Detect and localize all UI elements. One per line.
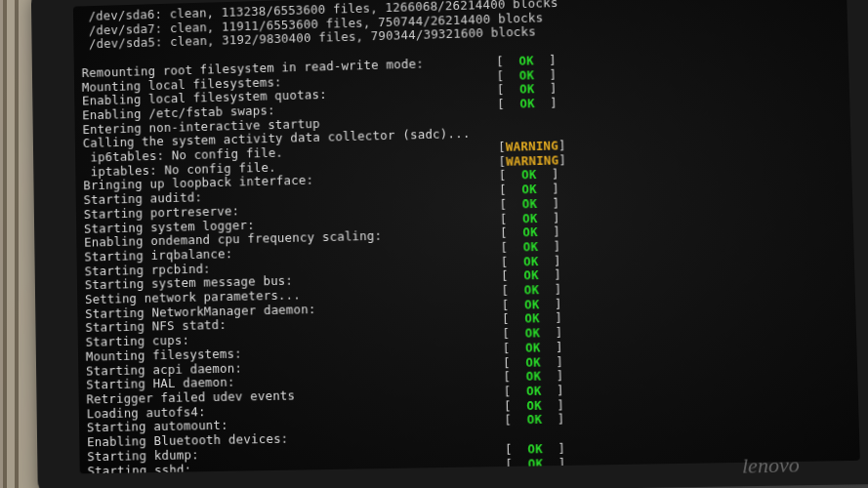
pad (535, 96, 551, 110)
bracket: ] (556, 325, 563, 340)
pad (507, 211, 522, 225)
pad (510, 326, 525, 341)
pad (539, 282, 555, 297)
pad (510, 311, 525, 326)
pad (511, 369, 526, 384)
status-ok: OK (522, 239, 538, 254)
status-cell: [ OK ] (505, 469, 566, 473)
pad (538, 224, 554, 239)
pad (543, 469, 558, 473)
status-ok: OK (525, 369, 541, 384)
pad (507, 196, 522, 211)
pad (512, 398, 527, 413)
pad (504, 54, 519, 68)
status-cell: [ OK ] (505, 440, 566, 456)
pad (543, 455, 558, 469)
pad (542, 397, 558, 412)
pad (509, 283, 524, 298)
status-ok: OK (523, 267, 539, 282)
status-ok: OK (525, 340, 541, 354)
pad (541, 383, 557, 397)
bracket: ] (554, 267, 561, 282)
status-ok: OK (518, 67, 534, 82)
bracket: ] (549, 66, 557, 81)
bracket: ] (558, 138, 566, 152)
status-cell: [ OK ] (502, 310, 562, 326)
status-cell: [ OK ] (497, 96, 558, 112)
status-cell: [ OK ] (504, 397, 565, 413)
bracket: ] (553, 224, 560, 239)
monitor-bezel: /dev/sda6: clean, 113238/6553600 files, … (31, 0, 868, 488)
status-ok: OK (526, 397, 542, 412)
pad (504, 67, 519, 82)
pad (511, 354, 526, 369)
bracket: [ (505, 470, 513, 473)
bracket: ] (552, 195, 559, 210)
status-cell: [ OK ] (501, 267, 561, 283)
status-ok: OK (522, 211, 538, 225)
pad (542, 412, 558, 427)
pad (538, 239, 554, 254)
status-ok: OK (527, 456, 543, 470)
bracket: ] (549, 53, 557, 67)
pad (541, 354, 557, 369)
bracket: ] (553, 238, 560, 253)
status-ok: OK (523, 282, 539, 297)
pad (538, 253, 554, 267)
pad (505, 97, 520, 111)
status-ok: OK (524, 325, 540, 340)
pad (508, 239, 523, 254)
status-ok: OK (524, 311, 540, 326)
pad (537, 210, 553, 224)
status-ok: OK (519, 96, 535, 110)
pad (513, 470, 528, 474)
pad (536, 167, 552, 182)
pad (510, 341, 525, 355)
bracket: ] (554, 253, 561, 267)
pad (513, 441, 528, 456)
bracket: ] (550, 96, 558, 110)
bracket: ] (552, 182, 559, 196)
bracket: ] (557, 397, 564, 412)
pad (537, 182, 553, 196)
status-cell: [ OK ] (503, 368, 564, 384)
status-cell: [ OK ] (502, 325, 562, 341)
pad (539, 267, 555, 282)
status-ok: OK (521, 167, 537, 182)
pad (509, 297, 524, 311)
pad (543, 441, 558, 456)
status-ok: OK (523, 254, 539, 268)
bracket: ] (555, 296, 562, 310)
pad (508, 225, 523, 240)
bracket: ] (556, 340, 563, 354)
status-cell: [ OK ] (504, 412, 565, 427)
bracket: ] (552, 167, 559, 182)
bracket: ] (555, 282, 562, 297)
pad (540, 340, 556, 354)
boot-console: /dev/sda6: clean, 113238/6553600 files, … (73, 0, 860, 473)
status-ok: OK (522, 224, 538, 239)
status-ok: OK (521, 196, 537, 211)
bracket: ] (558, 440, 565, 455)
status-ok: OK (521, 182, 537, 196)
brand-logo: lenovo (742, 452, 800, 478)
status-cell: [ OK ] (501, 282, 561, 298)
pad (507, 183, 522, 197)
pad (508, 254, 523, 268)
bracket: ] (558, 469, 566, 473)
status-ok: OK (525, 354, 541, 369)
bracket: ] (558, 152, 566, 167)
pad (534, 81, 550, 96)
status-ok: OK (519, 81, 535, 96)
status-cell: [ OK ] (503, 354, 564, 370)
pad (534, 66, 550, 81)
pad (509, 268, 524, 283)
bracket: ] (558, 455, 566, 469)
pad (537, 195, 553, 210)
pad (513, 456, 528, 470)
status-ok: OK (526, 384, 542, 398)
status-ok: OK (524, 297, 540, 311)
pad (534, 53, 550, 67)
bracket: ] (557, 383, 564, 397)
pad (504, 82, 519, 97)
